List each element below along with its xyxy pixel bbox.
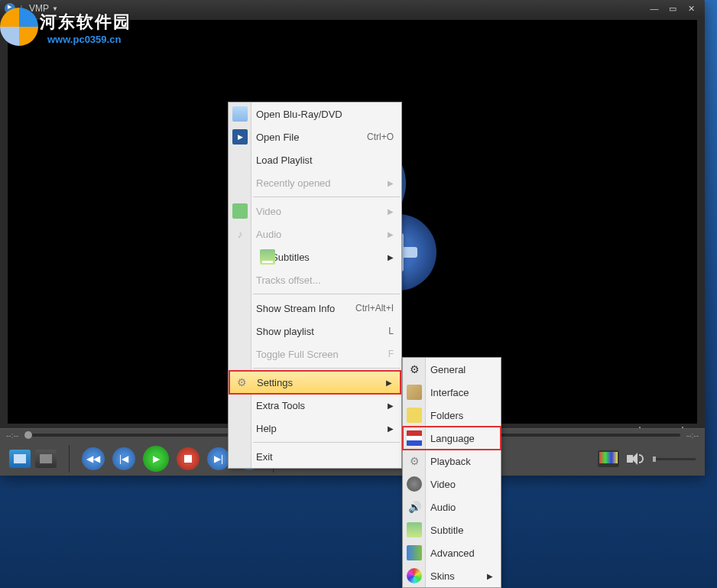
menu-subtitles[interactable]: Subtitles ▶ — [229, 245, 401, 268]
playback-icon: ⚙ — [407, 453, 422, 469]
subtitle-settings-icon — [407, 522, 422, 538]
submenu-playback[interactable]: ⚙ Playback — [403, 450, 501, 473]
submenu-video[interactable]: Video — [403, 473, 501, 495]
submenu-interface[interactable]: Interface — [403, 381, 501, 404]
watermark-text: 河东软件园 — [40, 11, 131, 34]
stop-button[interactable] — [177, 447, 200, 470]
close-button[interactable]: ✕ — [682, 2, 700, 15]
submenu-advanced[interactable]: Advanced — [403, 541, 501, 564]
normal-view-button[interactable] — [9, 450, 31, 468]
time-remaining: --:-- — [686, 431, 699, 440]
time-elapsed: --:-- — [6, 431, 18, 440]
submenu-skins[interactable]: Skins ▶ — [403, 564, 501, 587]
submenu-audio[interactable]: 🔊 Audio — [403, 495, 501, 518]
audio-icon: ♪ — [232, 226, 248, 242]
volume-slider[interactable] — [653, 458, 696, 460]
menu-recently-opened: Recently opened ▶ — [229, 171, 401, 194]
language-flag-icon — [407, 430, 422, 446]
menu-tracks-offset: Tracks offset... — [229, 268, 401, 291]
menu-open-bluray[interactable]: Open Blu-Ray/DVD — [229, 102, 401, 125]
settings-submenu: ⚙ General Interface Folders Language ⚙ P… — [402, 357, 501, 588]
submenu-folders[interactable]: Folders — [403, 404, 501, 427]
audio-settings-icon: 🔊 — [407, 499, 422, 515]
volume-icon[interactable] — [627, 451, 645, 466]
menu-video: Video ▶ — [229, 200, 401, 223]
submenu-general[interactable]: ⚙ General — [403, 358, 501, 381]
advanced-icon — [407, 545, 422, 560]
menu-load-playlist[interactable]: Load Playlist — [229, 148, 401, 171]
file-icon: ▶ — [232, 129, 248, 145]
context-menu: Open Blu-Ray/DVD ▶ Open File Ctrl+O Load… — [228, 102, 402, 469]
menu-show-playlist[interactable]: Show playlist L — [229, 320, 401, 343]
watermark: 河东软件园 www.pc0359.cn — [0, 3, 139, 50]
video-settings-icon — [407, 476, 422, 492]
menu-help[interactable]: Help ▶ — [229, 417, 401, 440]
gear-icon: ⚙ — [234, 375, 249, 390]
maximize-button[interactable]: ▭ — [663, 2, 682, 15]
minimize-button[interactable]: — — [645, 2, 663, 15]
menu-exit[interactable]: Exit — [229, 445, 401, 468]
menu-audio: ♪ Audio ▶ — [229, 223, 401, 245]
general-icon: ⚙ — [407, 362, 422, 377]
watermark-logo-icon — [0, 8, 38, 46]
menu-toggle-fullscreen: Toggle Full Screen F — [229, 343, 401, 365]
prev-button[interactable]: |◀ — [112, 447, 135, 470]
rewind-button[interactable]: ◀◀ — [82, 447, 105, 470]
next-button[interactable]: ▶| — [207, 447, 230, 470]
play-button[interactable]: ▶ — [143, 446, 169, 472]
subtitles-icon — [260, 249, 275, 265]
fullscreen-button[interactable] — [35, 450, 57, 468]
interface-icon — [407, 385, 422, 400]
submenu-language[interactable]: Language — [403, 427, 501, 450]
video-icon — [232, 203, 248, 219]
menu-open-file[interactable]: ▶ Open File Ctrl+O — [229, 125, 401, 148]
folders-icon — [407, 408, 422, 423]
menu-show-stream-info[interactable]: Show Stream Info Ctrl+Alt+I — [229, 297, 401, 320]
menu-settings[interactable]: ⚙ Settings ▶ — [229, 371, 401, 394]
menu-extra-tools[interactable]: Extra Tools ▶ — [229, 394, 401, 417]
tv-icon[interactable] — [598, 450, 619, 467]
watermark-url: www.pc0359.cn — [47, 34, 121, 45]
skins-icon — [407, 568, 422, 583]
bluray-icon — [232, 106, 248, 122]
submenu-subtitle[interactable]: Subtitle — [403, 518, 501, 541]
